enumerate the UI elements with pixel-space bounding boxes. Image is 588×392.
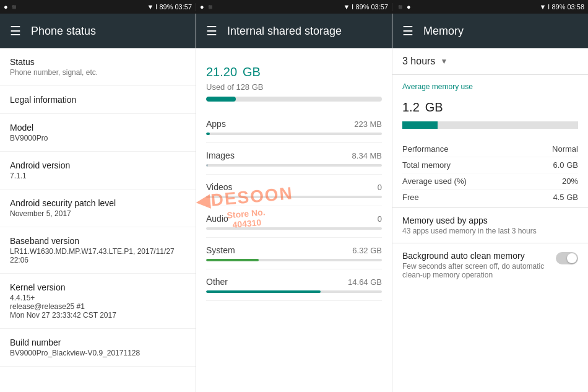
signal-icon-right: Ⅰ — [548, 3, 550, 11]
image-icon-mid: ◾ — [206, 3, 215, 11]
storage-images-bar-fill — [206, 164, 208, 167]
storage-videos-size: 0 — [378, 183, 382, 192]
right-icons-left: ▼ Ⅰ 89% 03:57 — [147, 3, 192, 11]
storage-audio-bar-bg — [206, 227, 382, 230]
storage-category-apps[interactable]: Apps 223 MB — [206, 111, 382, 143]
storage-videos-row: Videos 0 — [206, 182, 382, 192]
storage-system-row: System 6.32 GB — [206, 245, 382, 255]
memory-avg-unit: GB — [425, 100, 443, 114]
storage-videos-bar-bg — [206, 196, 382, 198]
middle-menu-icon[interactable]: ☰ — [206, 24, 217, 38]
storage-category-other[interactable]: Other 14.64 GB — [206, 269, 382, 301]
memory-stat-avg-value: 20% — [562, 176, 578, 186]
memory-auto-clean-text: Background auto clean memory Few seconds… — [402, 251, 556, 279]
memory-stat-avg-label: Average used (%) — [402, 176, 467, 186]
storage-apps-bar-fill — [206, 133, 210, 135]
settings-item-status-subtitle: Phone number, signal, etc. — [10, 68, 186, 77]
settings-item-kernel-title: Kernel version — [10, 282, 186, 292]
memory-stat-free-value: 4.5 GB — [553, 193, 578, 202]
memory-stat-free-label: Free — [402, 193, 419, 202]
wifi-icon-mid: ▼ — [344, 3, 350, 11]
memory-apps-title: Memory used by apps — [402, 216, 578, 225]
settings-item-baseband[interactable]: Baseband version LR11.W1630.MD.MP.W17.43… — [0, 227, 196, 274]
battery-left: 89% — [159, 3, 173, 11]
storage-audio-name: Audio — [206, 214, 228, 224]
settings-item-android-title: Android version — [10, 160, 186, 170]
settings-item-status-title: Status — [10, 57, 186, 67]
middle-panel-header: ☰ Internal shared storage — [196, 14, 392, 48]
settings-item-kernel[interactable]: Kernel version 4.4.15+ release@release25… — [0, 274, 196, 329]
status-icons-middle: ● ◾ — [200, 3, 215, 11]
memory-stat-performance-label: Performance — [402, 144, 448, 154]
storage-other-size: 14.64 GB — [348, 277, 382, 287]
storage-category-videos[interactable]: Videos 0 — [206, 175, 382, 206]
memory-stat-performance-value: Normal — [552, 144, 578, 154]
status-bar-middle: ● ◾ ▼ Ⅰ 89% 03:57 — [196, 3, 392, 11]
storage-apps-row: Apps 223 MB — [206, 119, 382, 129]
time-left: 03:57 — [175, 3, 192, 11]
storage-size-value: 21.20 — [206, 65, 237, 79]
memory-stat-performance: Performance Normal — [402, 141, 578, 157]
settings-item-android-version[interactable]: Android version 7.1.1 — [0, 152, 196, 189]
storage-videos-name: Videos — [206, 182, 233, 192]
storage-category-audio[interactable]: Audio 0 — [206, 206, 382, 238]
memory-main-bar-bg — [402, 121, 578, 129]
settings-item-status[interactable]: Status Phone number, signal, etc. — [0, 48, 196, 86]
memory-stat-total: Total memory 6.0 GB — [402, 157, 578, 173]
settings-item-build[interactable]: Build number BV9000Pro_Blackview-V0.9_20… — [0, 329, 196, 367]
middle-panel: ☰ Internal shared storage 21.20 GB Used … — [196, 14, 392, 392]
right-menu-icon[interactable]: ☰ — [402, 24, 413, 38]
storage-audio-size: 0 — [378, 214, 382, 224]
right-icons-middle: ▼ Ⅰ 89% 03:57 — [344, 3, 388, 11]
right-panel: ☰ Memory 3 hours ▼ Average memory use 1.… — [392, 14, 588, 392]
auto-clean-toggle[interactable] — [556, 252, 578, 264]
storage-category-system[interactable]: System 6.32 GB — [206, 238, 382, 269]
right-panel-title: Memory — [423, 25, 464, 38]
left-panel-title: Phone status — [31, 25, 96, 38]
time-selector[interactable]: 3 hours ▼ — [392, 48, 588, 75]
panels-container: ◀DESOON Store No.404310 ☰ Phone status S… — [0, 14, 588, 392]
memory-stat-total-label: Total memory — [402, 160, 451, 170]
middle-panel-title: Internal shared storage — [227, 25, 342, 38]
settings-item-legal[interactable]: Legal information — [0, 86, 196, 114]
memory-stats: Performance Normal Total memory 6.0 GB A… — [392, 139, 588, 208]
time-right: 03:58 — [567, 3, 584, 11]
storage-apps-bar-bg — [206, 133, 382, 135]
storage-system-name: System — [206, 245, 235, 255]
storage-category-images[interactable]: Images 8.34 MB — [206, 143, 382, 175]
right-panel-header: ☰ Memory — [392, 14, 588, 48]
memory-auto-clean-subtitle: Few seconds after screen off, do automat… — [402, 262, 548, 279]
time-selector-text: 3 hours — [402, 56, 435, 67]
storage-other-name: Other — [206, 277, 228, 287]
status-bar: ● ◾ ▼ Ⅰ 89% 03:57 ● ◾ ▼ Ⅰ 89% 03:57 ◾ ● … — [0, 0, 588, 14]
memory-stat-avg-used: Average used (%) 20% — [402, 173, 578, 189]
storage-total-size: 21.20 GB — [206, 58, 382, 81]
memory-stat-total-value: 6.0 GB — [553, 160, 578, 170]
storage-audio-row: Audio 0 — [206, 214, 382, 224]
right-panel-content: 3 hours ▼ Average memory use 1.2 GB Perf… — [392, 48, 588, 392]
memory-auto-clean: Background auto clean memory Few seconds… — [392, 243, 588, 287]
memory-stat-free: Free 4.5 GB — [402, 189, 578, 205]
notification-icon: ● — [4, 3, 8, 11]
storage-images-name: Images — [206, 150, 235, 160]
storage-images-bar-bg — [206, 164, 382, 167]
settings-item-security-patch[interactable]: Android security patch level November 5,… — [0, 189, 196, 227]
left-menu-icon[interactable]: ☰ — [10, 24, 21, 38]
settings-item-build-value: BV9000Pro_Blackview-V0.9_20171128 — [10, 349, 186, 357]
storage-main-bar-fill — [206, 97, 236, 102]
settings-item-model-title: Model — [10, 123, 186, 133]
memory-apps-section[interactable]: Memory used by apps 43 apps used memory … — [392, 208, 588, 243]
settings-item-build-title: Build number — [10, 338, 186, 347]
wifi-icon: ▼ — [147, 3, 154, 11]
battery-middle: 89% — [355, 3, 369, 11]
storage-other-row: Other 14.64 GB — [206, 277, 382, 287]
storage-images-size: 8.34 MB — [352, 151, 382, 160]
memory-avg-number: 1.2 — [402, 100, 420, 114]
storage-main-bar-bg — [206, 97, 382, 102]
image-icon-right: ◾ — [396, 3, 405, 11]
storage-images-row: Images 8.34 MB — [206, 150, 382, 160]
memory-auto-clean-title: Background auto clean memory — [402, 251, 548, 261]
settings-item-baseband-title: Baseband version — [10, 236, 186, 246]
memory-avg-value: 1.2 GB — [402, 94, 578, 116]
settings-item-model[interactable]: Model BV9000Pro — [0, 114, 196, 152]
